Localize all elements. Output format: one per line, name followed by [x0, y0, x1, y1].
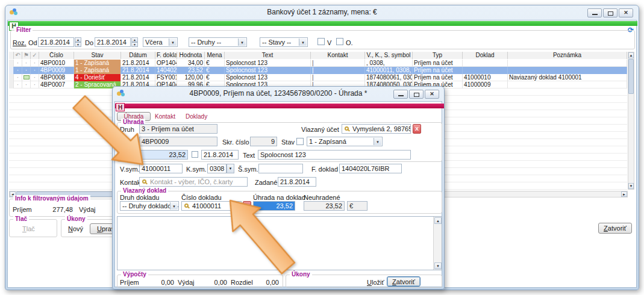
status-badge: 1 - Zapísaná [74, 67, 121, 74]
filter-v-checkbox[interactable] [317, 38, 325, 45]
undo-icon[interactable]: ↶ [14, 52, 22, 59]
dlg-zatvorit-button[interactable]: Zatvoriť [387, 276, 420, 287]
clear-viazany-ucet-button[interactable]: X [413, 124, 421, 134]
col-hodnota[interactable]: Hodnota [177, 52, 205, 59]
skr-cislo-label: Skr. číslo [222, 138, 249, 146]
mena-field: € [347, 201, 367, 211]
datum-field[interactable]: 21.8.2014 [201, 150, 239, 160]
status-badge: 4 - Doriešiť [74, 74, 121, 81]
maximize-button[interactable] [603, 8, 617, 17]
kontakt-search[interactable]: Kontakt - výber, IČO, č.karty [139, 177, 248, 187]
stav-select[interactable]: 1 - Zapísaná▼ [307, 137, 383, 146]
minimize-button[interactable] [393, 90, 408, 99]
roz-link[interactable]: Roz. [13, 39, 27, 46]
table-vscrollbar[interactable]: ▲ ▼ [628, 52, 634, 190]
col-fdoklad[interactable]: F. doklad [155, 52, 177, 59]
text-field[interactable]: Spolocnost 123 [258, 150, 411, 160]
viazany-ucet-label: Viazaný účet [301, 126, 339, 133]
col-symbol[interactable]: V., K., S. symbol [365, 52, 413, 59]
main-zatvorit-button[interactable]: Zatvoriť [598, 223, 632, 234]
hodnota-checkbox[interactable] [192, 151, 198, 158]
cislo-label: Číslo [120, 138, 135, 146]
chevron-down-icon: ▼ [170, 202, 178, 210]
date-to-input[interactable]: 21.8.2014 [95, 37, 131, 47]
fdoklad-field[interactable]: 1404020L76IBR [339, 164, 402, 173]
minimize-button[interactable] [587, 8, 602, 17]
col-kontakt[interactable]: Kontakt [311, 52, 365, 59]
scroll-up-icon: ▲ [628, 52, 634, 58]
main-titlebar[interactable]: Bankový účet 1 záznamy, mena: € ✕ [5, 5, 639, 20]
detail-textarea[interactable]: ▲ ▼ [117, 216, 442, 270]
cislo-field: 4BP0009 [139, 137, 217, 146]
stav-checkbox[interactable] [296, 138, 304, 145]
druh-field: 3 - Príjem na účet [139, 124, 217, 134]
dlg-vydaj-label: Výdaj [178, 279, 195, 286]
ssym-label: Š.sym. [238, 166, 258, 173]
ksym-dropdown-button[interactable]: ▼ [227, 164, 234, 173]
novy-button[interactable]: Nový [68, 225, 83, 232]
uhrada-na-doklad-field[interactable]: 23,52 [253, 201, 295, 211]
col-doklad[interactable]: Doklad [463, 52, 508, 59]
dlg-rozdiel-label: Rozdiel [231, 279, 253, 286]
table-row[interactable]: · · · 4BP0010 1 - Zapísaná 21.8.2014 OP1… [9, 60, 627, 67]
text-label: Text [243, 152, 255, 159]
main-window-title: Bankový účet 1 záznamy, mena: € [5, 8, 639, 16]
col-poznamka[interactable]: Poznámka [508, 52, 627, 59]
prijem-value: 277,48 [44, 206, 73, 213]
vydaj-label: Výdaj [79, 206, 96, 213]
table-row[interactable]: · · 4BP0008 4 - Doriešiť 21.8.2014 FSY00… [9, 74, 627, 81]
col-stav[interactable]: Stav [74, 52, 121, 59]
zadane-label: Zadané [255, 179, 277, 186]
druh-label: Druh [120, 126, 134, 133]
viazany-ucet-search[interactable]: Vymyslená 2, 9876543210/1234 [342, 124, 411, 134]
dlg-prijem-label: Príjem [120, 279, 139, 286]
clear-cislo-dokladu-button[interactable]: X [243, 201, 251, 211]
money-icon [22, 74, 31, 81]
search-icon [184, 203, 189, 208]
hodnota-field[interactable]: 23,52 [139, 150, 188, 160]
crimson-status-bar [115, 104, 444, 108]
col-datum[interactable]: Dátum [121, 52, 155, 59]
dialog-titlebar[interactable]: 4BP0009, Príjem na účet, 1234567890/0200… [113, 87, 444, 101]
ukony-legend: Úkony [65, 216, 87, 223]
col-cislo[interactable]: Číslo [39, 52, 74, 59]
h-button[interactable]: H [116, 103, 125, 111]
flag-icon[interactable]: ⚑ [22, 52, 31, 59]
druhy-select[interactable]: -- Druhy --▼ [189, 37, 247, 47]
date-from-spinner[interactable]: ▲▼ [75, 37, 81, 47]
tab-doklady[interactable]: Doklady [186, 113, 207, 120]
col-mena[interactable]: Mena [205, 52, 225, 59]
close-button[interactable]: ✕ [425, 90, 439, 99]
close-button[interactable]: ✕ [619, 8, 633, 17]
green-status-bar [8, 21, 637, 26]
tab-kontakt[interactable]: Kontakt [155, 113, 175, 120]
vypocty-legend: Výpočty [121, 271, 148, 278]
stav-label: Stav [281, 138, 295, 146]
ksym-field[interactable]: 0308 [207, 164, 227, 173]
date-from-input[interactable]: 21.8.2014 [38, 37, 74, 47]
stavy-select[interactable]: -- Stavy --▼ [260, 37, 308, 47]
druh-dokladu-select[interactable]: -- Druhy dokladov --▼ [120, 201, 179, 211]
cislo-dokladu-search[interactable]: 41000011 [181, 201, 242, 211]
col-text[interactable]: Text [225, 52, 311, 59]
table-header: ↶ ⚑ ✓ Číslo Stav Dátum F. doklad Hodnota… [9, 52, 627, 59]
ssym-field[interactable] [258, 164, 303, 173]
neuhradene-label: Neuhradené [304, 194, 340, 201]
zadane-field[interactable]: 21.8.2014 [278, 177, 316, 187]
search-icon [142, 179, 146, 184]
date-to-spinner[interactable]: ▲▼ [131, 37, 138, 47]
vsym-label: V.sym. [120, 166, 140, 173]
chevron-down-icon: ▼ [238, 39, 246, 46]
neuhradene-field: 23,52 [304, 201, 345, 211]
preset-select[interactable]: Včera▼ [143, 37, 178, 47]
table-row-selected[interactable]: · · · 4BP0009 1 - Zapísaná 21.8.2014 140… [9, 67, 627, 74]
check-icon[interactable]: ✓ [31, 52, 39, 59]
uhrada-na-doklad-label: Úhrada na doklad [253, 194, 305, 201]
druh-dokladu-label: Druh dokladu [120, 194, 159, 201]
ulozit-button[interactable]: Uložiť [367, 279, 384, 286]
filter-o-checkbox[interactable] [336, 38, 343, 45]
vsym-field[interactable]: 41000011 [139, 164, 183, 173]
col-typ[interactable]: Typ [413, 52, 463, 59]
tlac-button[interactable]: Tlač [22, 225, 35, 232]
maximize-button[interactable] [409, 90, 424, 99]
